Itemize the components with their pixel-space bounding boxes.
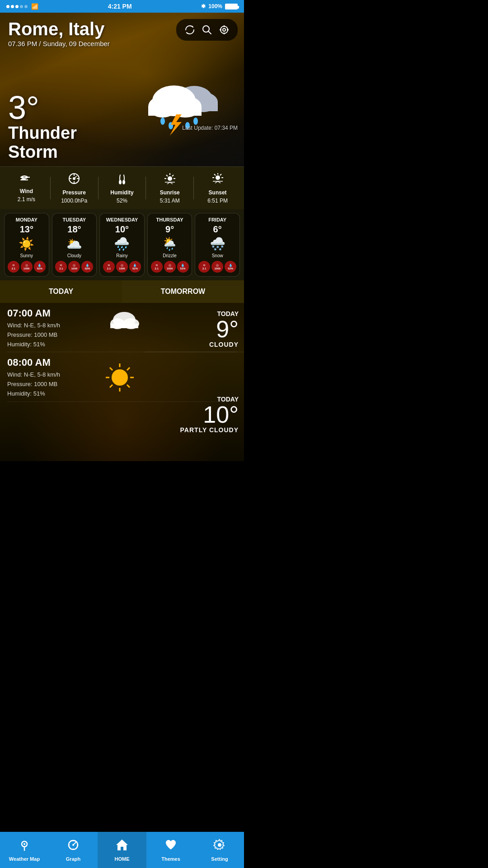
signal-dots: [6, 5, 28, 8]
battery-fill: [226, 5, 237, 9]
hourly-section: TODAY TOMORROW 07:00 AM Wind: N-E, 5-8 k…: [0, 280, 244, 461]
sunset-icon: [211, 172, 224, 188]
fc-cond-3: Drizzle: [163, 253, 177, 258]
forecast-row: MONDAY 13° ☀️ Sunny ≋ 2.1 ◎ 1000 💧 52% T…: [0, 209, 244, 280]
forecast-monday[interactable]: MONDAY 13° ☀️ Sunny ≋ 2.1 ◎ 1000 💧 52%: [4, 213, 49, 277]
fc-cond-4: Snow: [212, 253, 223, 258]
forecast-friday[interactable]: FRIDAY 6° 🌨️ Snow ≋ 2.1 ◎ 1000 💧 52%: [195, 213, 240, 277]
dot1: [6, 5, 9, 8]
fc-icon-0: ☀️: [19, 236, 34, 251]
svg-line-35: [172, 175, 174, 176]
svg-line-44: [220, 174, 221, 175]
wifi-icon: 📶: [31, 3, 38, 10]
today-tab[interactable]: TODAY: [0, 280, 122, 303]
forecast-thursday[interactable]: THURSDAY 9° 🌦️ Drizzle ≋ 2.1 ◎ 1000 💧 52…: [147, 213, 192, 277]
forecast-tuesday[interactable]: TUESDAY 18° 🌥️ Cloudy ≋ 2.1 ◎ 1000 💧 52%: [52, 213, 97, 277]
ts-cond-1: PARTLY CLOUDY: [150, 426, 239, 434]
stat-humidity: Humidity 52%: [99, 172, 146, 204]
wind-icon: [20, 174, 33, 186]
pressure-icon: [68, 172, 80, 188]
svg-rect-14: [148, 107, 202, 116]
fc-pressure-3: ◎ 1000: [164, 261, 176, 273]
ts-temp-0: 9°: [150, 317, 239, 341]
fc-humidity-2: 💧 52%: [129, 261, 141, 273]
fc-pressure-0: ◎ 1000: [21, 261, 33, 273]
sunrise-value: 5:31 AM: [160, 198, 180, 204]
dot3: [15, 5, 19, 8]
svg-point-15: [160, 118, 165, 125]
svg-point-53: [112, 369, 128, 386]
today-summaries: TODAY 9° CLOUDY: [145, 303, 244, 437]
fc-stats-4: ≋ 2.1 ◎ 1000 💧 52%: [198, 261, 236, 273]
fc-stats-1: ≋ 2.1 ◎ 1000 💧 52%: [55, 261, 93, 273]
fc-pressure-1: ◎ 1000: [68, 261, 80, 273]
svg-line-28: [74, 176, 77, 179]
status-bar: 📶 4:21 PM ✱ 100%: [0, 0, 244, 13]
fc-icon-2: 🌧️: [114, 236, 130, 251]
fc-day-0: MONDAY: [16, 217, 38, 222]
svg-line-45: [214, 174, 216, 175]
weather-icon: [140, 76, 230, 148]
fc-wind-3: ≋ 2.1: [151, 261, 163, 273]
svg-point-18: [193, 118, 198, 125]
search-button[interactable]: [200, 23, 214, 37]
stats-bar: Wind 2.1 m/s Pressure 1000.0hPa: [0, 166, 244, 209]
tomorrow-tab[interactable]: TOMORROW: [122, 280, 244, 303]
fc-humidity-4: 💧 52%: [225, 261, 236, 273]
status-right: ✱ 100%: [201, 3, 238, 9]
fc-humidity-0: 💧 52%: [34, 261, 46, 273]
fc-wind-1: ≋ 2.1: [55, 261, 67, 273]
fc-wind-4: ≋ 2.1: [198, 261, 210, 273]
wind-value: 2.1 m/s: [18, 196, 35, 203]
fc-humidity-3: 💧 52%: [177, 261, 189, 273]
fc-wind-0: ≋ 2.1: [8, 261, 19, 273]
ts-cond-0: CLOUDY: [150, 341, 239, 348]
dot2: [11, 5, 14, 8]
fc-temp-3: 9°: [165, 224, 174, 235]
forecast-wednesday[interactable]: WEDNESDAY 10° 🌧️ Rainy ≋ 2.1 ◎ 1000 💧 52…: [99, 213, 145, 277]
nav-spacer: [0, 461, 244, 497]
svg-line-58: [110, 368, 113, 370]
today-summary-1: TODAY 10° PARTLY CLOUDY: [145, 388, 244, 437]
svg-point-2: [221, 26, 228, 33]
fc-temp-4: 6°: [213, 224, 222, 235]
temperature: 3°: [8, 91, 77, 124]
fc-stats-3: ≋ 2.1 ◎ 1000 💧 52%: [151, 261, 189, 273]
svg-point-29: [119, 180, 122, 184]
humidity-icon: [116, 172, 128, 188]
fc-stats-0: ≋ 2.1 ◎ 1000 💧 52%: [8, 261, 46, 273]
dot4: [20, 5, 23, 8]
fc-cond-1: Cloudy: [67, 253, 81, 258]
sunset-label: Sunset: [209, 189, 227, 196]
fc-cond-0: Sunny: [20, 253, 33, 258]
battery-percent: 100%: [208, 3, 222, 9]
last-update: Last Update: 07:34 PM: [182, 125, 238, 131]
svg-line-36: [166, 175, 168, 176]
fc-day-1: TUESDAY: [63, 217, 86, 222]
today-tomorrow-tabs: TODAY TOMORROW: [0, 280, 244, 303]
fc-day-3: THURSDAY: [156, 217, 183, 222]
battery-icon: [225, 4, 238, 9]
fc-icon-4: 🌨️: [210, 236, 225, 251]
fc-icon-3: 🌦️: [162, 236, 178, 251]
status-left: 📶: [6, 3, 38, 10]
svg-point-30: [122, 180, 125, 184]
bluetooth-icon: ✱: [201, 3, 206, 9]
location-target-button[interactable]: [217, 23, 231, 37]
svg-point-40: [216, 175, 220, 180]
fc-pressure-2: ◎ 1000: [116, 261, 128, 273]
fc-temp-2: 10°: [115, 224, 129, 235]
sunrise-icon: [164, 172, 176, 188]
sunset-value: 6:51 PM: [207, 198, 228, 204]
fc-humidity-1: 💧 52%: [81, 261, 93, 273]
stat-pressure: Pressure 1000.0hPa: [51, 172, 98, 204]
svg-rect-52: [110, 324, 138, 328]
condition: ThunderStorm: [8, 124, 77, 162]
fc-temp-0: 13°: [20, 224, 33, 235]
status-time: 4:21 PM: [108, 3, 132, 10]
stat-wind: Wind 2.1 m/s: [3, 174, 50, 203]
refresh-button[interactable]: [183, 23, 197, 37]
fc-icon-1: 🌥️: [66, 236, 82, 251]
action-buttons: [176, 19, 238, 41]
svg-point-3: [223, 28, 225, 31]
